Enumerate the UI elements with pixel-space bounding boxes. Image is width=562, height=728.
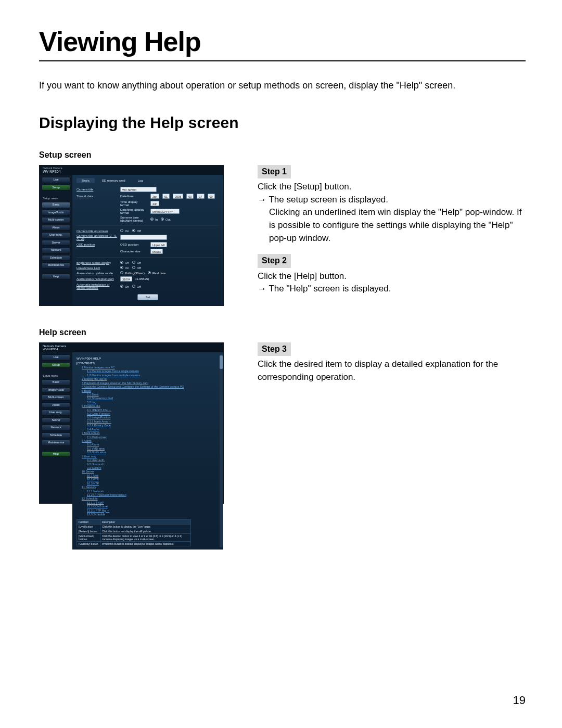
scrollbar[interactable] [220, 354, 223, 547]
help-toc-link[interactable]: 11 Network [76, 486, 219, 489]
help-toc-link[interactable]: 4 About the Camera Setup and Configure t… [76, 385, 219, 389]
help-table-cell: When this button is clicked, displayed i… [100, 542, 190, 546]
set-button[interactable]: Set [137, 294, 158, 300]
help-toc-link[interactable]: 9.1 User auth. [76, 458, 219, 462]
help-toc-link[interactable]: 6.2 Cam. Function [76, 412, 219, 416]
help-side-basic[interactable]: Basic [42, 379, 70, 386]
step2-badge: Step 2 [258, 254, 291, 267]
alarm-mode-poll[interactable]: Polling(30sec) [120, 271, 145, 275]
help-setup-button[interactable]: Setup [42, 362, 70, 368]
date-format-select[interactable]: Mmm/DD/YYYY [150, 209, 180, 214]
help-live-button[interactable]: Live [42, 354, 70, 361]
dt-year[interactable]: 2008 [173, 194, 183, 199]
dt-mm[interactable]: 17 [197, 194, 204, 199]
sidebar-item-network[interactable]: Network [42, 247, 70, 253]
link-led-off[interactable]: Off [132, 266, 141, 270]
help-toc-link[interactable]: 1.1 Monitor images from a single camera [76, 369, 219, 373]
help-side-help[interactable]: Help [42, 451, 70, 457]
scrollbar-thumb[interactable] [220, 355, 223, 369]
help-side-maintenance[interactable]: Maintenance [42, 440, 70, 446]
help-toc-link[interactable]: 5.3 Log [76, 401, 219, 404]
sidebar-item-alarm[interactable]: Alarm [42, 225, 70, 231]
cam-onscreen2-input[interactable] [120, 235, 167, 240]
live-button[interactable]: Live [42, 177, 70, 183]
alarm-port-input[interactable]: 31004 [120, 276, 132, 282]
help-side-usermng[interactable]: User mng. [42, 410, 70, 416]
brightness-off[interactable]: Off [132, 261, 141, 264]
help-toc-link[interactable]: 8.1 Alarm [76, 443, 219, 446]
cam-onscreen-on[interactable]: On [120, 229, 129, 233]
help-toc-link[interactable]: 10 Server [76, 470, 219, 474]
tab-sd[interactable]: SD memory card [97, 178, 131, 183]
sidebar-item-server[interactable]: Server [42, 240, 70, 246]
sidebar-item-imageaudio[interactable]: Image/Audio [42, 210, 70, 216]
help-toc-link[interactable]: 6.3.1 Mask Area → [76, 420, 219, 424]
help-toc-link[interactable]: 5 Basic [76, 389, 219, 393]
brightness-on[interactable]: On [120, 261, 129, 264]
dt-hh[interactable]: 00 [186, 194, 194, 199]
help-side-imageaudio[interactable]: Image/Audio [42, 387, 70, 393]
sidebar-item-basic[interactable]: Basic [42, 202, 70, 208]
link-led-on[interactable]: On [120, 266, 129, 270]
setup-screen-label: Setup screen [39, 150, 526, 160]
help-toc-link[interactable]: 9 User mng. [76, 455, 219, 458]
dt-month[interactable]: Jan [150, 194, 159, 199]
help-toc-link[interactable]: 6.3 Image/Position [76, 416, 219, 419]
help-toc-link[interactable]: 8.2 VMD area [76, 447, 219, 451]
help-side-schedule[interactable]: Schedule [42, 432, 70, 439]
sidebar-item-usermng[interactable]: User mng. [42, 232, 70, 238]
help-toc-link[interactable]: 12.2.1 FTP Mg → [76, 509, 219, 513]
auto-install-on[interactable]: On [120, 285, 129, 288]
help-table-cell: Click this button to display the "Live" … [100, 525, 190, 529]
help-toc-link[interactable]: 6.1 JPEG/H.264 → [76, 408, 219, 412]
summer-in[interactable]: In [150, 218, 158, 221]
cam-onscreen-off[interactable]: Off [132, 229, 141, 233]
help-side-multiscreen[interactable]: Multi-screen [42, 394, 70, 401]
help-toc-link[interactable]: 1.2 Monitor images from multiple cameras [76, 374, 219, 377]
setup-button[interactable]: Setup [42, 185, 70, 191]
help-toc-link[interactable]: 11.1 Network [76, 490, 219, 493]
help-toc-link[interactable]: 12 Schedule [76, 497, 219, 501]
help-toc-link[interactable]: 7.1 Multi-screen [76, 436, 219, 439]
help-toc-link[interactable]: 10.2 FTP [76, 478, 219, 481]
help-toc-link[interactable]: 9.3 System [76, 466, 219, 470]
dt-ss[interactable]: 00 [208, 194, 215, 199]
help-side-network[interactable]: Network [42, 425, 70, 431]
help-toc-link[interactable]: 6 Image/Audio [76, 404, 219, 408]
help-toc-link[interactable]: 10.3 NTP [76, 482, 219, 486]
help-toc-link[interactable]: 5.2 SD memory card [76, 397, 219, 400]
help-toc-link[interactable]: 11.2 FTP periodic transmission [76, 493, 219, 497]
summer-out[interactable]: Out [161, 218, 171, 221]
tab-basic[interactable]: Basic [76, 178, 95, 183]
camera-title-input[interactable]: WV-NP304 [120, 187, 157, 192]
alarm-mode-label: Alarm status update mode [76, 272, 117, 275]
help-toc-link[interactable]: 8.3 Notification [76, 451, 219, 454]
help-toc-link[interactable]: 6.3.2 Privacy Zone [76, 424, 219, 427]
help-toc-link[interactable]: 2 Display the log list [76, 377, 219, 381]
sidebar-item-multiscreen[interactable]: Multi-screen [42, 217, 70, 223]
help-toc-link[interactable]: 3 Playback of images saved on the SD mem… [76, 381, 219, 385]
help-toc-link[interactable]: 12.2 DDNS time [76, 505, 219, 508]
help-toc-link[interactable]: 9.2 Host auth. [76, 463, 219, 466]
alarm-mode-real[interactable]: Real time [148, 271, 165, 275]
help-toc-link[interactable]: 5.1 Basic [76, 393, 219, 397]
help-toc-link[interactable]: 8 Alarm [76, 439, 219, 443]
help-toc-link[interactable]: 10.1 Mail [76, 474, 219, 478]
sidebar-item-schedule[interactable]: Schedule [42, 255, 70, 261]
tab-log[interactable]: Log [133, 178, 148, 183]
help-toc-link[interactable]: 12.3 Schedule [76, 513, 219, 516]
help-toc-link[interactable]: 6.4 Audio [76, 428, 219, 431]
help-toc-link[interactable]: 7 Multi-screen [76, 431, 219, 435]
auto-install-off[interactable]: Off [132, 285, 141, 288]
time-display-select[interactable]: 24h [150, 201, 159, 206]
help-toc-link[interactable]: 1 Monitor images on a PC [76, 366, 219, 369]
char-size-select[interactable]: Middle [150, 249, 163, 254]
sidebar-item-help[interactable]: Help [42, 274, 70, 280]
sidebar-item-maintenance[interactable]: Maintenance [42, 262, 70, 269]
help-toc-link[interactable]: 12.1.1 SNMP [76, 501, 219, 505]
dt-day[interactable]: 01 [162, 194, 170, 199]
help-side-alarm[interactable]: Alarm [42, 402, 70, 408]
help-side-server[interactable]: Server [42, 417, 70, 424]
osd-pos-select[interactable]: Upper left [150, 242, 167, 247]
link-led-label: Link/Access LED [76, 266, 117, 270]
